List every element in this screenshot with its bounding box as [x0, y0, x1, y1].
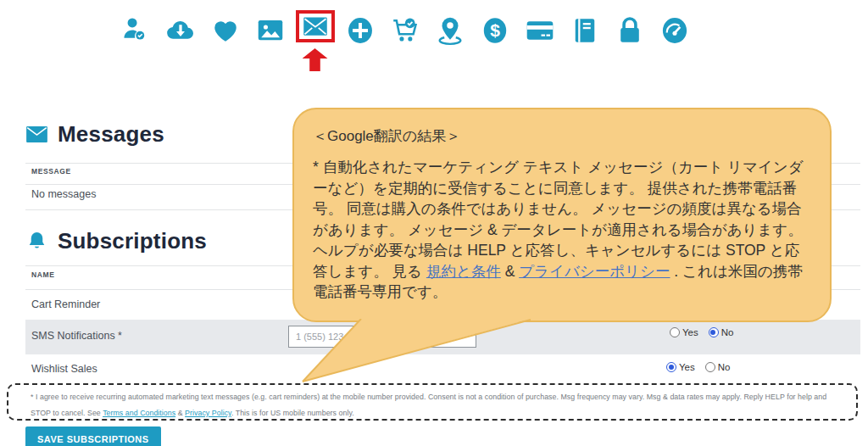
privacy-link-japanese[interactable]: プライバシーポリシー [519, 263, 670, 280]
translation-tooltip: ＜Google翻訳の結果＞ * 自動化されたマーケティング テキスト メッセージ… [292, 108, 832, 322]
tooltip-text-part: & [501, 263, 519, 280]
messages-envelope-icon [25, 123, 48, 146]
sms-notifications-radio-group: Yes No [670, 327, 733, 337]
toolbar-item-payments[interactable]: $ [472, 7, 517, 68]
privacy-policy-link[interactable]: Privacy Policy [185, 409, 231, 417]
consent-text-part: & [175, 409, 185, 417]
subscription-row-wishlist-label: Wishlist Sales [31, 363, 97, 375]
toolbar-item-cards[interactable] [517, 7, 562, 68]
user-check-icon [121, 15, 149, 43]
radio-icon[interactable] [705, 362, 715, 372]
sms-no-radio[interactable]: No [709, 327, 734, 337]
toolbar-item-downloads[interactable] [158, 7, 203, 68]
lock-icon [615, 15, 645, 46]
gauge-icon [659, 15, 690, 46]
subscription-row-sms-label: SMS Notifications * [31, 330, 122, 342]
tooltip-title: ＜Google翻訳の結果＞ [313, 126, 811, 146]
bell-icon [25, 230, 48, 253]
subscriptions-column-header: NAME [31, 270, 54, 279]
toolbar-item-cart[interactable] [382, 7, 427, 68]
messages-column-header: MESSAGE [31, 167, 71, 176]
plus-circle-icon [345, 15, 376, 46]
radio-label: No [718, 362, 731, 372]
radio-label: Yes [679, 362, 695, 372]
wishlist-yes-radio[interactable]: Yes [666, 362, 695, 372]
toolbar: $ [113, 7, 697, 68]
radio-icon[interactable] [666, 362, 676, 372]
toolbar-item-catalog[interactable] [562, 7, 607, 68]
consent-text-part: . This is for US mobile numbers only. [231, 409, 354, 417]
envelope-icon [303, 16, 328, 36]
toolbar-item-locations[interactable] [427, 7, 472, 68]
subscriptions-heading: Subscriptions [25, 228, 207, 254]
messages-title: Messages [58, 121, 164, 148]
image-icon [255, 15, 286, 46]
highlight-arrow-icon [303, 48, 328, 71]
no-messages-row: No messages [31, 188, 96, 200]
location-pin-icon [435, 15, 465, 46]
terms-and-conditions-link[interactable]: Terms and Conditions [103, 409, 175, 417]
save-subscriptions-button[interactable]: SAVE SUBSCRIPTIONS [25, 426, 161, 446]
tooltip-body: * 自動化されたマーケティング テキスト メッセージ（カート リマインダーなど）… [313, 157, 811, 303]
terms-link-japanese[interactable]: 規約と条件 [426, 263, 501, 280]
radio-label: No [721, 327, 734, 337]
subscription-row-cart-reminder: Cart Reminder [31, 298, 100, 310]
cloud-download-icon [165, 15, 196, 46]
consent-text: * I agree to receive recurring automated… [31, 389, 846, 421]
toolbar-item-security[interactable] [607, 7, 652, 68]
svg-text:$: $ [490, 20, 500, 40]
toolbar-item-dashboard[interactable] [652, 7, 697, 68]
toolbar-item-add[interactable] [337, 7, 382, 68]
heart-icon [210, 15, 241, 46]
subscriptions-title: Subscriptions [58, 228, 207, 254]
dollar-circle-icon: $ [480, 15, 510, 46]
consent-highlight-box: * I agree to receive recurring automated… [7, 383, 858, 421]
credit-card-icon [525, 15, 555, 46]
tooltip-tail [288, 319, 542, 387]
toolbar-item-gallery[interactable] [248, 7, 292, 68]
cart-check-icon [390, 15, 420, 46]
messages-heading: Messages [25, 121, 164, 148]
radio-label: Yes [682, 327, 698, 337]
radio-icon[interactable] [670, 327, 680, 337]
book-icon [570, 15, 600, 46]
wishlist-no-radio[interactable]: No [705, 362, 731, 372]
toolbar-item-messages[interactable] [292, 7, 337, 68]
wishlist-sales-radio-group: Yes No [666, 362, 730, 372]
toolbar-item-favorites[interactable] [203, 7, 248, 68]
toolbar-item-account[interactable] [113, 7, 158, 68]
radio-icon[interactable] [709, 327, 719, 337]
highlight-box [296, 10, 335, 42]
sms-yes-radio[interactable]: Yes [670, 327, 698, 337]
tooltip-text-part: * 自動化されたマーケティング テキスト メッセージ（カート リマインダーなど）… [313, 159, 804, 280]
